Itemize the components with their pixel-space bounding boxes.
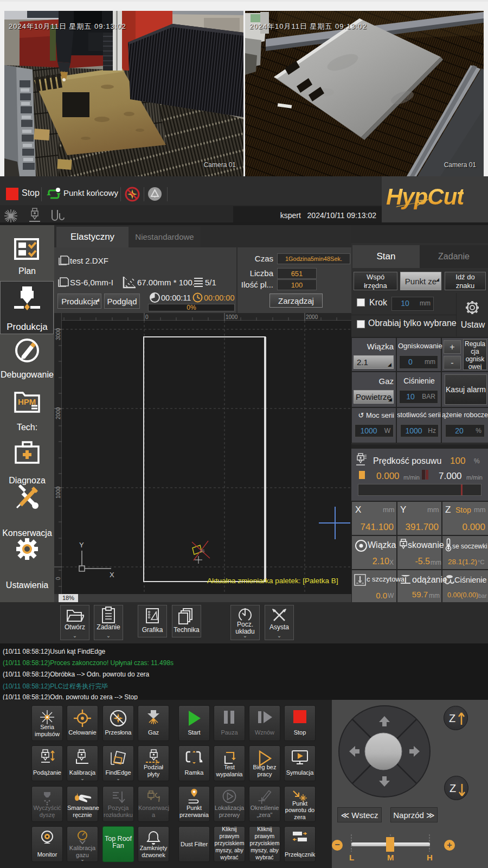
svg-text:2000: 2000 [306, 314, 318, 320]
svg-text:1000: 1000 [226, 314, 238, 320]
svg-text:X: X [110, 571, 114, 579]
svg-text:3000: 3000 [55, 328, 61, 340]
svg-text:JS: JS [200, 548, 204, 553]
svg-text:HPM: HPM [18, 397, 36, 406]
svg-text:Y: Y [79, 541, 84, 549]
svg-text:H: H [427, 853, 433, 862]
svg-text:0: 0 [145, 314, 149, 320]
svg-text:2000: 2000 [55, 407, 61, 419]
svg-text:0: 0 [55, 577, 61, 580]
svg-text:M: M [387, 853, 394, 862]
svg-text:1000: 1000 [55, 486, 61, 499]
svg-text:L: L [349, 853, 354, 862]
